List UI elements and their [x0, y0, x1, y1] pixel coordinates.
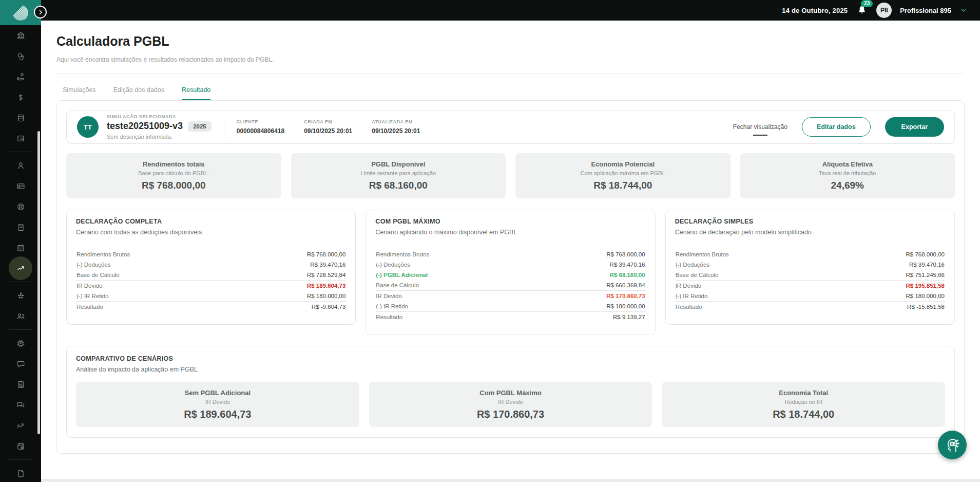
vertical-divider	[224, 115, 224, 139]
people-icon	[16, 312, 25, 321]
sidebar-item-document[interactable]	[0, 463, 41, 482]
updated-at-label: ATUALIZADA EM	[372, 119, 420, 124]
notification-bell-icon[interactable]: 23	[856, 4, 868, 16]
logo-hatched-circle-icon	[11, 4, 30, 22]
scenario-table: Rendimentos BrutosR$ 768.000,00(-) Deduç…	[675, 249, 945, 312]
edit-data-button[interactable]: Editar dados	[802, 117, 871, 137]
comparison-box-title: Sem PGBL Adicional	[185, 389, 251, 397]
notebook-icon	[16, 223, 25, 232]
sidebar-item-hierarchy[interactable]	[0, 285, 41, 306]
summary-cards: Rendimentos totaisBase para cálculo do P…	[66, 153, 955, 198]
scenario-table: Rendimentos BrutosR$ 768.000,00(-) Deduç…	[375, 249, 645, 322]
sidebar-item-dollar[interactable]	[0, 87, 41, 107]
sidebar-item-life-buoy[interactable]	[0, 196, 41, 217]
scenario-title: DECLARAÇÃO SIMPLES	[675, 218, 945, 225]
sidebar-item-hand-coin[interactable]	[0, 66, 41, 87]
created-at-label: CRIADA EM	[304, 119, 352, 124]
sidebar-item-wallet[interactable]	[0, 128, 41, 149]
close-view-link[interactable]: Fechar visualização	[733, 123, 787, 131]
export-button[interactable]: Exportar	[885, 117, 944, 137]
comparison-box: Economia TotalRedução no IRR$ 18.744,00	[662, 382, 945, 427]
simulation-year-badge: 2025	[188, 121, 212, 132]
comparison-box-value: R$ 170.860,73	[477, 409, 544, 420]
sidebar-item-calculator[interactable]	[0, 374, 41, 395]
scenario-row: Base de CálculoR$ 751.245,66	[675, 270, 945, 280]
scenario-row-label: Base de Cálculo	[676, 272, 719, 278]
chats-icon	[16, 401, 25, 410]
sidebar-scrollbar[interactable]	[37, 131, 40, 434]
tab-simulações[interactable]: Simulações	[63, 86, 96, 100]
client-label: CLIENTE	[237, 119, 284, 124]
sidebar-item-bank[interactable]	[0, 25, 41, 46]
id-card-icon	[16, 182, 25, 191]
comparison-box-subtitle: Redução no IR	[784, 399, 822, 405]
scenario-row-value: R$ 768.000,00	[307, 251, 345, 257]
sidebar-divider	[9, 459, 32, 460]
scenario-row-value: R$ 180.000,00	[307, 293, 345, 299]
sidebar-expand-button[interactable]	[34, 6, 47, 18]
scenario-row-value: R$ 180.000,00	[606, 303, 645, 309]
scenario-row-value: R$ 189.604,73	[307, 283, 345, 289]
sidebar-item-calendar-x[interactable]	[0, 436, 41, 456]
tab-resultado[interactable]: Resultado	[182, 86, 210, 100]
scenario-row-label: Base de Cálculo	[76, 272, 120, 278]
bottom-scroll-strip[interactable]	[41, 479, 980, 482]
scenario-row: IR DevidoR$ 195.851,58	[675, 280, 945, 291]
dollar-icon	[16, 93, 25, 102]
scenario-row-label: (-) IR Retido	[376, 303, 408, 309]
summary-card-subtitle: Base para cálculo do PGBL.	[138, 170, 209, 176]
scenario-row-value: R$ 180.000,00	[906, 293, 945, 299]
sidebar-item-people[interactable]	[0, 306, 41, 326]
chevron-right-icon	[37, 9, 44, 15]
scenario-row-label: (-) IR Retido	[676, 293, 708, 299]
sidebar-item-calendar[interactable]	[0, 237, 41, 258]
comparison-box-subtitle: IR Devido	[498, 399, 523, 405]
ai-assistant-button[interactable]	[938, 431, 967, 459]
profile-name: Profissional 895	[900, 7, 951, 14]
scenario-row: Rendimentos BrutosR$ 768.000,00	[675, 249, 945, 259]
calendar-icon	[16, 244, 25, 252]
chat-icon	[16, 360, 25, 368]
sidebar-item-notebook[interactable]	[0, 217, 41, 237]
sidebar-item-trending[interactable]	[0, 258, 41, 279]
sidebar: AI	[0, 0, 41, 482]
sidebar-item-id-card[interactable]	[0, 176, 41, 196]
trending-icon	[16, 264, 25, 273]
sidebar-item-ai-chip[interactable]: AI	[0, 333, 41, 354]
comparison-title: COMPARATIVO DE CENÁRIOS	[76, 355, 945, 362]
sidebar-item-chats[interactable]	[0, 395, 41, 415]
scenario-row: IR DevidoR$ 170.860,73	[375, 290, 645, 301]
chevron-down-icon[interactable]	[959, 6, 968, 14]
scenario-row-label: Resultado	[676, 304, 702, 310]
comparison-panel: COMPARATIVO DE CENÁRIOS Análise do impac…	[66, 346, 955, 438]
main-content: Calculadora PGBL Aqui você encontra simu…	[41, 21, 980, 482]
sidebar-item-database[interactable]	[0, 107, 41, 128]
sidebar-item-person[interactable]	[0, 155, 41, 176]
tab-edição-dos-dados[interactable]: Edição dos dados	[113, 86, 164, 100]
sidebar-item-chat[interactable]	[0, 354, 41, 374]
summary-card: Economia PotencialCom aplicação máxima e…	[515, 153, 731, 198]
profile-avatar[interactable]: P8	[876, 3, 892, 18]
scenario-row-value: R$ 39.470,16	[310, 262, 345, 268]
scenario-row-label: Rendimentos Brutos	[376, 251, 429, 257]
coins-icon	[16, 52, 25, 61]
summary-card-title: PGBL Disponível	[371, 160, 425, 168]
simulation-avatar: TT	[77, 116, 99, 138]
scenario-row-label: Resultado	[376, 314, 402, 320]
scenario-row-label: IR Devido	[76, 283, 103, 289]
scenario-row: Rendimentos BrutosR$ 768.000,00	[76, 249, 346, 259]
scenario-row-label: IR Devido	[676, 283, 702, 289]
updated-at-value: 09/10/2025 20:01	[372, 127, 420, 135]
summary-card: PGBL DisponívelLimite restante para apli…	[291, 153, 506, 198]
sidebar-item-trend-arrow[interactable]	[0, 415, 41, 436]
sidebar-nav: AI	[0, 25, 41, 482]
scenario-row-value: R$ 195.851,58	[906, 283, 945, 289]
comparison-box-title: Com PGBL Máximo	[479, 389, 541, 397]
sidebar-item-coins[interactable]	[0, 46, 41, 66]
comparison-box-value: R$ 189.604,73	[184, 409, 251, 420]
summary-card-value: 24,69%	[831, 180, 864, 191]
scenario-card: DECLARAÇÃO COMPLETACenário com todas as …	[66, 210, 356, 325]
client-value: 00000084806418	[237, 127, 284, 135]
scenario-row-value: R$ 170.860,73	[606, 293, 645, 299]
topbar: 14 de Outubro, 2025 23 P8 Profissional 8…	[0, 0, 980, 21]
